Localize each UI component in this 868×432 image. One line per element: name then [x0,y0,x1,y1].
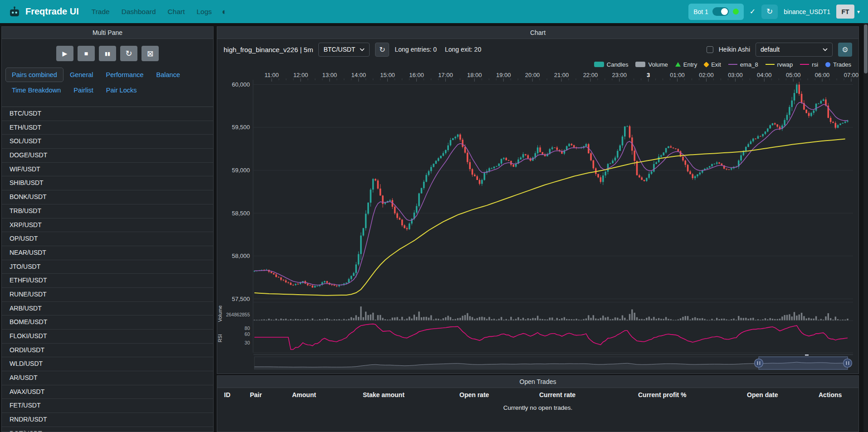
pair-row-bome-usdt[interactable]: BOME/USDT [2,316,213,330]
nav-link-chart[interactable]: Chart [168,8,185,16]
pair-row-bonk-usdt[interactable]: BONK/USDT [2,190,213,204]
pair-row-btc-usdt[interactable]: BTC/USDT [2,107,213,121]
svg-text:58,000: 58,000 [232,252,250,259]
legend-item-exit[interactable]: Exit [704,61,721,68]
pair-row-ethfi-usdt[interactable]: ETHFI/USDT [2,274,213,288]
user-menu[interactable]: FT ▾ [836,5,860,19]
svg-text:60: 60 [244,331,250,337]
legend-label: rsi [812,61,818,68]
pair-list: BTC/USDTETH/USDTSOL/USDTDOGE/USDTWIF/USD… [2,107,213,432]
pair-row-dot-usdt[interactable]: DOT/USDT [2,427,213,432]
tab-pairlist[interactable]: Pairlist [67,83,100,97]
navigator-handle-right[interactable] [844,359,852,368]
trades-legend-icon [825,62,830,67]
pause-icon: ▮▮ [105,51,110,56]
svg-text:18:00: 18:00 [467,72,482,78]
plot-settings-button[interactable]: ⚙ [838,43,852,57]
navigator-handle-left[interactable] [755,359,763,368]
brand-link[interactable]: Freqtrade UI [8,5,79,18]
tab-general[interactable]: General [63,68,100,82]
reload-config-button[interactable]: ↻ [120,46,137,61]
pair-row-shib-usdt[interactable]: SHIB/USDT [2,176,213,190]
tab-balance[interactable]: Balance [150,68,186,82]
legend-item-trades[interactable]: Trades [825,61,851,68]
svg-text:RSI: RSI [217,334,223,342]
legend-label: Exit [711,61,721,68]
chart-navigator[interactable] [254,354,853,369]
avatar: FT [836,5,854,19]
svg-text:13:00: 13:00 [322,72,337,78]
tab-pairs-combined[interactable]: Pairs combined [5,68,63,82]
pair-row-ordi-usdt[interactable]: ORDI/USDT [2,344,213,358]
pair-row-doge-usdt[interactable]: DOGE/USDT [2,149,213,163]
nav-link-trade[interactable]: Trade [92,8,110,16]
exchange-account-label: binance_USDT1 [784,8,830,15]
pause-button[interactable]: ▮▮ [99,46,116,61]
tab-pair-locks[interactable]: Pair Locks [100,83,143,97]
pair-row-trb-usdt[interactable]: TRB/USDT [2,204,213,218]
rvwap-legend-icon [766,64,775,65]
chevron-down-icon [360,48,365,51]
pair-row-xrp-usdt[interactable]: XRP/USDT [2,218,213,233]
rsi-line [254,324,848,349]
heikin-ashi-checkbox[interactable] [707,46,713,53]
svg-text:17:00: 17:00 [438,72,453,78]
column-header-open-rate: Open rate [459,391,539,398]
nav-link-dashboard[interactable]: Dashboard [122,8,156,16]
svg-text:14:00: 14:00 [351,72,366,78]
pair-select[interactable]: BTC/USDT [318,43,370,57]
legend-label: rvwap [777,61,793,68]
navigator-selection[interactable] [759,357,848,369]
pair-row-near-usdt[interactable]: NEAR/USDT [2,246,213,260]
pair-row-sol-usdt[interactable]: SOL/USDT [2,135,213,149]
reload-bot-button[interactable]: ↻ [761,5,778,19]
legend-item-ema-8[interactable]: ema_8 [728,61,758,68]
legend-label: ema_8 [740,61,758,68]
legend-item-rsi[interactable]: rsi [800,61,818,68]
pair-row-arb-usdt[interactable]: ARB/USDT [2,302,213,316]
pair-row-rndr-usdt[interactable]: RNDR/USDT [2,413,213,427]
svg-text:05:00: 05:00 [786,72,801,78]
bot-selector[interactable]: Bot 1 [688,4,744,20]
scrollbar-thumb[interactable] [864,24,868,73]
page-scrollbar[interactable] [863,23,868,432]
nav-link-logs[interactable]: Logs [196,8,212,16]
theme-toggle-icon[interactable]: ◐ [222,7,227,17]
pair-row-jto-usdt[interactable]: JTO/USDT [2,260,213,274]
pair-row-rune-usdt[interactable]: RUNE/USDT [2,288,213,302]
svg-text:01:00: 01:00 [670,72,685,78]
stop-icon: ■ [84,50,88,57]
svg-text:59,000: 59,000 [232,167,250,174]
stop-button[interactable]: ■ [78,46,95,61]
tab-time-breakdown[interactable]: Time Breakdown [5,83,67,97]
pair-row-ar-usdt[interactable]: AR/USDT [2,371,213,385]
svg-text:02:00: 02:00 [699,72,714,78]
chart-canvas[interactable]: 60,00059,50059,00058,50058,00057,50011:0… [217,71,858,374]
pair-row-wif-usdt[interactable]: WIF/USDT [2,163,213,177]
indicator-lines [254,102,848,296]
legend-item-volume[interactable]: Volume [635,61,668,68]
pair-row-floki-usdt[interactable]: FLOKI/USDT [2,330,213,344]
bot-toggle[interactable] [712,7,729,16]
legend-item-candles[interactable]: Candles [594,61,629,68]
heikin-ashi-label: Heikin Ashi [719,46,750,53]
pair-row-op-usdt[interactable]: OP/USDT [2,232,213,246]
pair-row-eth-usdt[interactable]: ETH/USDT [2,121,213,135]
svg-text:264862855: 264862855 [226,312,250,317]
pair-row-avax-usdt[interactable]: AVAX/USDT [2,385,213,399]
clear-chart-button[interactable]: ⊠ [141,46,159,61]
legend-item-rvwap[interactable]: rvwap [766,61,793,68]
legend-item-entry[interactable]: Entry [675,61,697,68]
tab-performance[interactable]: Performance [100,68,150,82]
refresh-chart-button[interactable]: ↻ [375,43,389,57]
column-header-open-date: Open date [747,391,819,398]
reload-icon: ↻ [766,7,773,16]
plot-config-select[interactable]: default [756,43,833,57]
start-button[interactable]: ▶ [56,46,73,61]
navbar-right: Bot 1 ✓ ↻ binance_USDT1 FT ▾ [688,4,860,20]
pair-row-fet-usdt[interactable]: FET/USDT [2,399,213,413]
pair-row-wld-usdt[interactable]: WLD/USDT [2,357,213,371]
legend-label: Trades [833,61,851,68]
column-header-pair: Pair [250,391,292,398]
legend-label: Candles [607,61,629,68]
